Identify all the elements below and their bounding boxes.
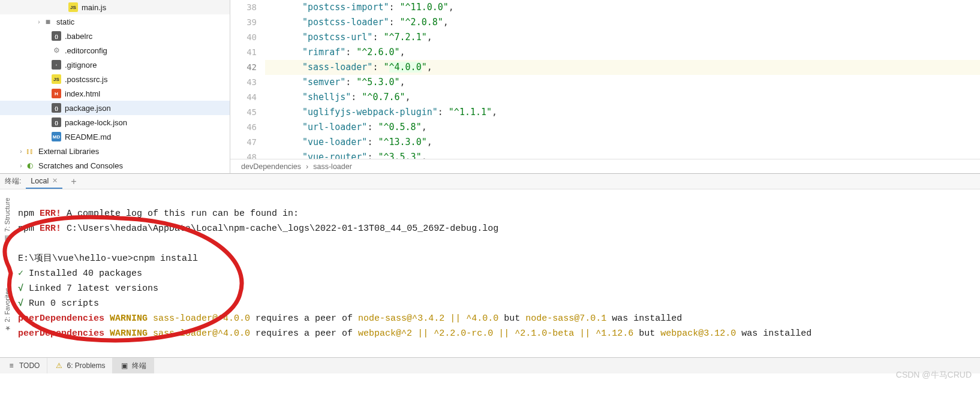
problems-tab[interactable]: ⚠6: Problems <box>47 358 113 373</box>
tree-item[interactable]: {}.babelrc <box>0 29 230 43</box>
tree-item[interactable]: ◦.gitignore <box>0 58 230 72</box>
tree-item[interactable]: ›⫿⫿External Libraries <box>0 144 230 158</box>
code-line[interactable]: "vue-loader": "^13.3.0", <box>265 135 980 150</box>
code-line[interactable]: "uglifyjs-webpack-plugin": "^1.1.1", <box>265 105 980 120</box>
project-tree[interactable]: JSmain.js›■static{}.babelrc⚙.editorconfi… <box>0 0 230 173</box>
tree-item[interactable]: {}package-lock.json <box>0 115 230 129</box>
json-icon: {} <box>52 117 61 127</box>
tree-item[interactable]: JS.postcssrc.js <box>0 72 230 86</box>
html-icon: H <box>52 89 61 98</box>
terminal-line: E:\项目\vue\hello-vue>cnpm install <box>18 251 973 266</box>
tree-item[interactable]: MDREADME.md <box>0 129 230 144</box>
close-icon[interactable]: ✕ <box>52 177 58 185</box>
left-tool-strip: ▤7: Structure ★2: Favorites <box>1 198 13 332</box>
terminal-tab-local[interactable]: Local ✕ <box>26 174 62 189</box>
code-line[interactable]: "rimraf": "^2.6.0", <box>265 45 980 60</box>
warning-icon: ⚠ <box>55 361 63 370</box>
terminal-label: 终端: <box>5 176 21 186</box>
json-icon: {} <box>52 103 61 113</box>
favorites-tool[interactable]: ★2: Favorites <box>3 288 11 332</box>
git-icon: ◦ <box>52 60 61 70</box>
gear-icon: ⚙ <box>52 46 61 55</box>
babel-icon: {} <box>52 31 61 41</box>
tree-item-label: package-lock.json <box>65 118 127 127</box>
editor[interactable]: 383940414243444546474849 "postcss-import… <box>230 0 980 173</box>
code-line[interactable]: "semver": "^5.3.0", <box>265 75 980 90</box>
code-line[interactable]: "postcss-import": "^11.0.0", <box>265 0 980 15</box>
code-line[interactable]: "sass-loader": "^4.0.0", <box>265 60 980 75</box>
terminal-icon: ▣ <box>120 361 128 370</box>
terminal-line: npm ERR! A complete log of this run can … <box>18 206 973 221</box>
tree-item[interactable]: ⚙.editorconfig <box>0 43 230 58</box>
structure-tool[interactable]: ▤7: Structure <box>3 198 11 242</box>
tree-item[interactable]: JSmain.js <box>0 0 230 14</box>
breadcrumb[interactable]: devDependencies › sass-loader <box>230 159 980 173</box>
chevron-right-icon[interactable]: › <box>17 162 25 169</box>
status-bar: ≡TODO ⚠6: Problems ▣终端 <box>0 357 980 373</box>
tree-item[interactable]: Hindex.html <box>0 86 230 101</box>
code-area[interactable]: 383940414243444546474849 "postcss-import… <box>230 0 980 159</box>
folder-icon: ■ <box>43 17 53 26</box>
terminal-output[interactable]: npm ERR! A complete log of this run can … <box>0 189 980 357</box>
tree-item[interactable]: {}package.json <box>0 101 230 115</box>
chevron-right-icon: › <box>306 162 308 171</box>
code-lines[interactable]: "postcss-import": "^11.0.0","postcss-loa… <box>265 0 980 159</box>
todo-tab[interactable]: ≡TODO <box>0 358 47 373</box>
tree-item-label: Scratches and Consoles <box>38 161 123 170</box>
tree-item-label: package.json <box>65 104 111 113</box>
terminal-line: peerDependencies WARNING sass-loader@^4.… <box>18 326 973 341</box>
tree-item-label: External Libraries <box>38 147 99 156</box>
code-line[interactable]: "shelljs": "^0.7.6", <box>265 90 980 105</box>
terminal-line: √ Run 0 scripts <box>18 296 973 311</box>
terminal-line: npm ERR! C:\Users\hedada\AppData\Local\n… <box>18 221 973 236</box>
main-split: JSmain.js›■static{}.babelrc⚙.editorconfi… <box>0 0 980 173</box>
tree-item[interactable]: ›◐Scratches and Consoles <box>0 158 230 173</box>
tree-item[interactable]: ›■static <box>0 14 230 29</box>
terminal-line: peerDependencies WARNING sass-loader@^4.… <box>18 311 973 326</box>
tree-item-label: index.html <box>65 89 100 98</box>
tree-item-label: .babelrc <box>65 32 92 41</box>
list-icon: ≡ <box>7 361 16 370</box>
code-line[interactable]: "vue-router": "^3.5.3", <box>265 150 980 159</box>
tree-item-label: .gitignore <box>65 61 97 70</box>
terminal-tabs: 终端: Local ✕ + <box>0 173 980 189</box>
lib-icon: ⫿⫿ <box>25 146 35 156</box>
watermark: CSDN @牛马CRUD <box>896 370 972 381</box>
md-icon: MD <box>52 132 61 141</box>
tree-item-label: .postcssrc.js <box>65 75 108 84</box>
line-gutter: 383940414243444546474849 <box>230 0 265 159</box>
terminal-line: ✓ Installed 40 packages <box>18 266 973 281</box>
chevron-right-icon[interactable]: › <box>35 19 43 25</box>
tree-item-label: .editorconfig <box>65 46 107 55</box>
code-line[interactable]: "url-loader": "^0.5.8", <box>265 120 980 135</box>
js-cfg-icon: JS <box>52 74 61 84</box>
code-line[interactable]: "postcss-url": "^7.2.1", <box>265 30 980 45</box>
tree-item-label: main.js <box>82 3 106 12</box>
scratch-icon: ◐ <box>25 161 35 170</box>
breadcrumb-item[interactable]: devDependencies <box>241 162 301 171</box>
tree-item-label: README.md <box>65 132 111 141</box>
js-icon: JS <box>68 2 78 12</box>
breadcrumb-item[interactable]: sass-loader <box>313 162 352 171</box>
tree-item-label: static <box>56 17 74 26</box>
code-line[interactable]: "postcss-loader": "^2.0.8", <box>265 15 980 30</box>
add-terminal-button[interactable]: + <box>67 176 80 187</box>
terminal-line: √ Linked 7 latest versions <box>18 281 973 296</box>
chevron-right-icon[interactable]: › <box>17 148 25 155</box>
terminal-bottom-tab[interactable]: ▣终端 <box>113 358 154 373</box>
